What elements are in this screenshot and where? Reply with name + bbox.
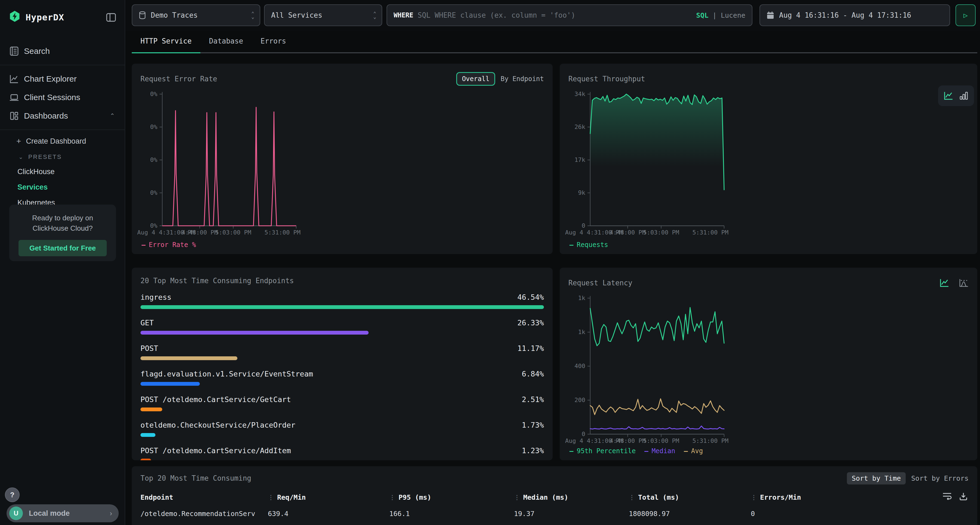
cell-endpoint: /oteldemo.RecommendationServ: [140, 510, 268, 518]
sql-mode-button[interactable]: SQL: [696, 11, 708, 19]
svg-text:4:48:00 PM: 4:48:00 PM: [182, 229, 218, 236]
endpoint-row[interactable]: POST11.17%: [140, 343, 544, 360]
endpoint-bar: [140, 305, 544, 309]
collapse-sidebar-icon[interactable]: [106, 13, 116, 22]
sidebar-item-label: Chart Explorer: [24, 74, 76, 84]
avatar: U: [9, 506, 23, 520]
lucene-mode-button[interactable]: Lucene: [721, 11, 745, 19]
panel-request-error-rate: Request Error Rate Overall By Endpoint 0…: [132, 63, 553, 254]
endpoint-value: 1.23%: [522, 446, 544, 455]
line-chart-icon[interactable]: [940, 279, 949, 287]
where-input[interactable]: WHERE SQL WHERE clause (ex. column = 'fo…: [387, 4, 752, 26]
tab-http-service[interactable]: HTTP Service: [132, 34, 200, 52]
tabs-underline-active: [132, 52, 200, 53]
endpoint-row[interactable]: ingress46.54%: [140, 292, 544, 309]
legend-dash: —: [644, 447, 648, 455]
endpoint-label: ingress: [140, 293, 172, 301]
get-started-button[interactable]: Get Started for Free: [19, 240, 107, 256]
column-header-req-min[interactable]: ⋮Req/Min: [268, 493, 389, 501]
user-menu[interactable]: U Local mode ›: [6, 504, 119, 522]
svg-text:17k: 17k: [574, 156, 585, 163]
endpoint-row[interactable]: GET26.33%: [140, 317, 544, 335]
bar-chart-icon[interactable]: [959, 91, 968, 100]
laptop-icon: [9, 92, 20, 103]
panel-title: 20 Top Most Time Consuming Endpoints: [140, 277, 294, 285]
legend-label: Error Rate %: [149, 241, 196, 249]
sidebar-item-search[interactable]: Search: [0, 43, 125, 59]
tab-database[interactable]: Database: [200, 34, 252, 52]
source-select[interactable]: Demo Traces ⌃⌄: [132, 4, 260, 26]
time-range-picker[interactable]: Aug 4 16:31:16 - Aug 4 17:31:16: [759, 4, 950, 26]
promo-line2: ClickHouse Cloud?: [9, 223, 116, 233]
drag-handle-icon[interactable]: ⋮: [389, 494, 395, 501]
endpoint-bar: [140, 408, 162, 411]
sidebar-item-clickhouse[interactable]: ClickHouse: [18, 168, 125, 176]
by-endpoint-toggle-button[interactable]: By Endpoint: [501, 75, 544, 83]
sidebar-item-chart-explorer[interactable]: Chart Explorer: [0, 71, 125, 87]
create-dashboard-button[interactable]: + Create Dashboard: [16, 136, 125, 146]
panel-title: Request Throughput: [568, 75, 645, 83]
endpoint-value: 2.51%: [522, 395, 544, 404]
brand-name: HyperDX: [25, 12, 64, 22]
endpoint-row[interactable]: oteldemo.CheckoutService/PlaceOrder1.73%: [140, 419, 544, 437]
panel-request-latency: Request Latency 02004001k1kAug 4 4:31:00…: [560, 268, 977, 460]
svg-text:0: 0: [582, 222, 585, 229]
drag-handle-icon[interactable]: ⋮: [751, 494, 757, 501]
table-row[interactable]: /oteldemo.RecommendationServ 639.4 166.1…: [140, 510, 969, 518]
panel-title: Request Latency: [568, 279, 632, 287]
overall-toggle-button[interactable]: Overall: [456, 72, 495, 86]
wrap-lines-icon[interactable]: [942, 492, 952, 501]
chevron-up-icon[interactable]: ⌃: [110, 113, 115, 119]
sort-by-time-button[interactable]: Sort by Time: [847, 472, 906, 484]
legend-dash: —: [142, 241, 145, 249]
sidebar-item-services[interactable]: Services: [18, 183, 125, 192]
legend-avg: — Avg: [684, 447, 703, 455]
cell-req-min: 639.4: [268, 510, 389, 518]
create-dashboard-label: Create Dashboard: [26, 137, 86, 146]
svg-text:0: 0: [582, 431, 585, 438]
column-header-endpoint[interactable]: Endpoint: [140, 493, 268, 501]
chart-type-toolbar: [938, 86, 974, 106]
legend-label: Avg: [691, 447, 703, 455]
clickhouse-cloud-promo: Ready to deploy on ClickHouse Cloud? Get…: [9, 205, 116, 261]
presets-toggle[interactable]: ⌄ PRESETS: [19, 154, 125, 160]
svg-text:0%: 0%: [150, 156, 158, 163]
histogram-icon[interactable]: [959, 279, 969, 287]
column-header-median[interactable]: ⋮Median (ms): [514, 493, 629, 501]
endpoint-row[interactable]: POST /oteldemo.CartService/GetCart2.51%: [140, 394, 544, 411]
svg-text:200: 200: [574, 397, 585, 403]
tabs-underline: [132, 52, 977, 53]
endpoint-label: POST: [140, 344, 158, 352]
sidebar-item-dashboards[interactable]: Dashboards ⌃: [0, 108, 125, 124]
tab-errors[interactable]: Errors: [252, 34, 295, 52]
panel-title: Request Error Rate: [140, 75, 217, 83]
drag-handle-icon[interactable]: ⋮: [514, 494, 520, 501]
column-header-errors-min[interactable]: ⋮Errors/Min: [751, 493, 876, 501]
endpoint-row[interactable]: flagd.evaluation.v1.Service/EventStream6…: [140, 368, 544, 386]
legend-p95: — 95th Percentile: [570, 447, 636, 455]
service-select-value: All Services: [271, 11, 322, 19]
legend-requests: — Requests: [570, 241, 608, 249]
line-chart-icon[interactable]: [944, 91, 953, 100]
topbar: Demo Traces ⌃⌄ All Services ⌃⌄ WHERE SQL…: [125, 0, 980, 31]
svg-text:26k: 26k: [574, 124, 585, 130]
column-header-p95[interactable]: ⋮P95 (ms): [389, 493, 514, 501]
column-header-total[interactable]: ⋮Total (ms): [629, 493, 751, 501]
plus-icon: +: [16, 136, 21, 146]
run-query-button[interactable]: ▷: [956, 4, 976, 26]
endpoint-label: oteldemo.CheckoutService/PlaceOrder: [140, 421, 295, 429]
sort-by-errors-button[interactable]: Sort by Errors: [911, 474, 969, 482]
latency-chart: 02004001k1kAug 4 4:31:00 PM4:48:00 PM5:0…: [565, 294, 729, 445]
svg-text:5:31:00 PM: 5:31:00 PM: [692, 229, 729, 236]
endpoint-row[interactable]: POST /oteldemo.CartService/AddItem1.23%: [140, 445, 544, 460]
help-button[interactable]: ?: [5, 487, 20, 502]
endpoint-bar: [140, 458, 151, 460]
service-select[interactable]: All Services ⌃⌄: [264, 4, 382, 26]
where-placeholder: SQL WHERE clause (ex. column = 'foo'): [418, 11, 575, 19]
drag-handle-icon[interactable]: ⋮: [629, 494, 635, 501]
drag-handle-icon[interactable]: ⋮: [268, 494, 274, 501]
svg-text:0%: 0%: [150, 90, 158, 97]
cell-total: 1808098.97: [629, 510, 751, 518]
sidebar-item-client-sessions[interactable]: Client Sessions: [0, 90, 125, 105]
download-icon[interactable]: [959, 492, 967, 501]
